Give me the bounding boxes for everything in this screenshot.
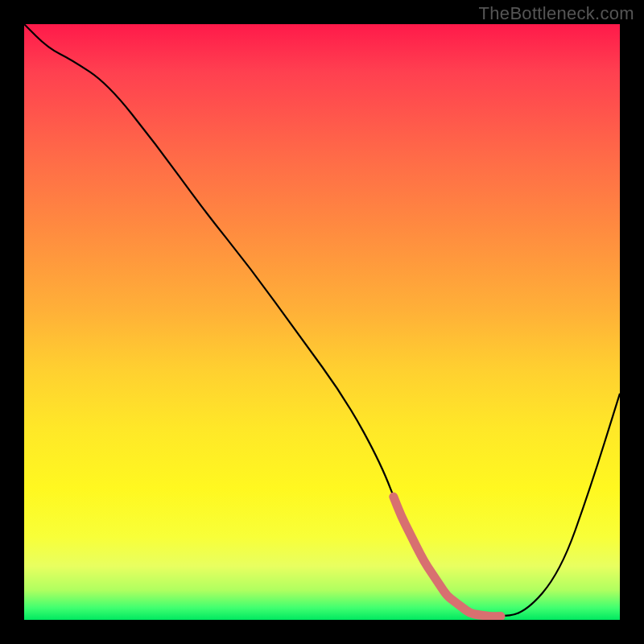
bottleneck-curve (24, 24, 620, 620)
watermark-text: TheBottleneck.com (479, 3, 634, 24)
chart-plot-area (24, 24, 620, 620)
highlight-band (24, 24, 620, 620)
